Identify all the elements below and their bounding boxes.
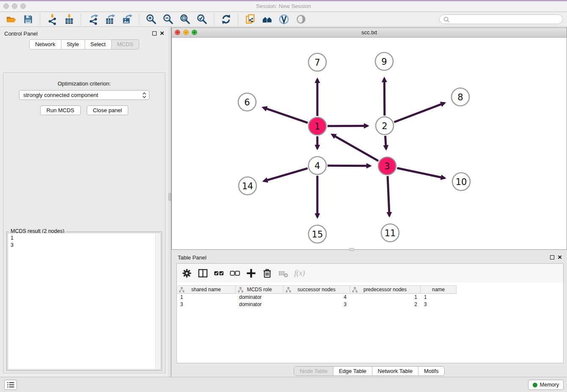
node-1[interactable]: 1 [308, 117, 326, 135]
node-label: 9 [381, 57, 387, 67]
table-cell[interactable]: 4 [284, 294, 350, 301]
table-toolbar: f(x) [177, 264, 563, 282]
toggle-column-button[interactable] [196, 266, 209, 280]
node-15[interactable]: 15 [308, 225, 326, 243]
node-11[interactable]: 11 [381, 224, 399, 242]
memory-label: Memory [540, 382, 559, 388]
table-cell[interactable]: dominator [236, 294, 284, 301]
control-panel: Control Panel × NetworkStyleSelectMCDS O… [0, 28, 168, 377]
node-label: 3 [384, 161, 390, 171]
zoom-selected-button[interactable] [195, 13, 209, 26]
edge-2-8[interactable] [394, 103, 444, 122]
result-line: 1 [11, 235, 158, 242]
table-cell[interactable]: 1 [350, 294, 421, 301]
node-6[interactable]: 6 [238, 93, 256, 111]
table-row[interactable]: 3dominator323 [177, 301, 563, 308]
close-panel-button[interactable]: Close panel [87, 105, 129, 115]
node-9[interactable]: 9 [375, 52, 393, 70]
tab-select[interactable]: Select [85, 39, 112, 50]
tab-edge-table[interactable]: Edge Table [333, 367, 372, 375]
float-panel-icon[interactable] [152, 31, 157, 36]
table-panel-header: Table Panel × [171, 252, 567, 263]
table-cell[interactable]: 3 [284, 301, 350, 308]
edge-2-9[interactable] [384, 78, 385, 116]
horizontal-splitter-grip[interactable] [349, 248, 354, 251]
search-icon [443, 16, 450, 23]
close-panel-icon[interactable]: × [160, 31, 164, 36]
save-session-button[interactable] [21, 13, 35, 26]
zoom-fit-button[interactable] [178, 13, 192, 26]
vertical-splitter[interactable] [168, 27, 171, 377]
table-cell[interactable]: 1 [177, 294, 236, 301]
edge-1-6[interactable] [263, 108, 308, 123]
node-10[interactable]: 10 [452, 173, 470, 190]
edge-4-3[interactable] [328, 166, 370, 166]
search-box[interactable] [439, 14, 563, 24]
import-network-button[interactable] [45, 13, 59, 26]
table-row[interactable]: 1dominator411 [177, 294, 563, 301]
network-window-titlebar[interactable]: × − + scc.txt [172, 28, 567, 38]
function-builder-button: f(x) [293, 266, 306, 280]
export-image-button[interactable] [120, 13, 134, 26]
edge-3-10[interactable] [397, 168, 444, 178]
tab-node-table[interactable]: Node Table [294, 367, 333, 375]
clone-network-button[interactable] [243, 13, 257, 26]
table-cell[interactable]: 3 [421, 301, 457, 308]
refresh-layout-button[interactable] [219, 13, 233, 26]
vizmapper-button[interactable] [277, 13, 291, 26]
node-label: 1 [314, 121, 320, 132]
network-canvas[interactable]: 7968124314101511 [172, 38, 567, 249]
table-cell[interactable]: 2 [350, 301, 421, 308]
zoom-out-button[interactable] [161, 13, 175, 26]
edge-4-14[interactable] [264, 168, 308, 181]
edge-3-1[interactable] [332, 135, 378, 161]
float-table-panel-icon[interactable] [550, 255, 554, 259]
network-graph[interactable]: 7968124314101511 [172, 38, 567, 249]
tab-mcds[interactable]: MCDS [112, 39, 139, 50]
import-table-button[interactable] [62, 13, 76, 26]
tab-network-table[interactable]: Network Table [372, 367, 418, 375]
tab-style[interactable]: Style [61, 39, 85, 50]
edge-1-2[interactable] [328, 126, 368, 126]
mcds-result-text[interactable]: 13 [8, 233, 161, 370]
table-cell[interactable]: dominator [236, 301, 284, 308]
column-header-mcds-role[interactable]: MCDS role [236, 285, 284, 294]
column-header-successor-nodes[interactable]: successor nodes [284, 285, 350, 294]
column-label: shared name [191, 287, 221, 293]
node-2[interactable]: 2 [376, 117, 394, 135]
tab-motifs[interactable]: Motifs [418, 367, 444, 375]
unselect-all-button[interactable] [228, 266, 241, 280]
toolbar-separator [214, 14, 214, 25]
run-mcds-button[interactable]: Run MCDS [40, 105, 81, 115]
edge-3-11[interactable] [388, 176, 389, 216]
table-cell[interactable]: 1 [421, 294, 457, 301]
delete-row-button[interactable] [261, 266, 273, 280]
tab-network[interactable]: Network [29, 39, 61, 50]
node-4[interactable]: 4 [308, 157, 326, 174]
open-session-button[interactable] [4, 13, 18, 26]
node-8[interactable]: 8 [451, 88, 469, 106]
select-all-button[interactable] [212, 266, 225, 280]
result-scrollbar[interactable] [155, 234, 160, 369]
export-network-button[interactable] [86, 13, 100, 26]
table-cell[interactable]: 3 [177, 301, 236, 308]
task-history-button[interactable] [4, 380, 17, 390]
add-row-button[interactable] [245, 266, 257, 280]
node-14[interactable]: 14 [239, 177, 256, 195]
search-input[interactable] [451, 17, 559, 22]
column-header-shared-name[interactable]: shared name [177, 285, 236, 294]
optimization-criterion-select[interactable]: strongly connected component [19, 90, 149, 100]
close-table-panel-icon[interactable]: × [558, 255, 562, 259]
edge-2-3[interactable] [385, 136, 386, 149]
first-neighbors-button[interactable] [260, 13, 274, 26]
node-7[interactable]: 7 [308, 53, 326, 71]
table-settings-button[interactable] [180, 266, 193, 280]
export-table-button[interactable] [103, 13, 117, 26]
memory-button[interactable]: Memory [528, 380, 564, 390]
column-header-name[interactable]: name [421, 285, 457, 294]
zoom-in-button[interactable] [144, 13, 158, 26]
column-header-predecessor-nodes[interactable]: predecessor nodes [350, 285, 421, 294]
node-3[interactable]: 3 [378, 157, 396, 175]
eye-disabled-icon [295, 14, 307, 25]
splitter-grip[interactable] [168, 193, 171, 201]
